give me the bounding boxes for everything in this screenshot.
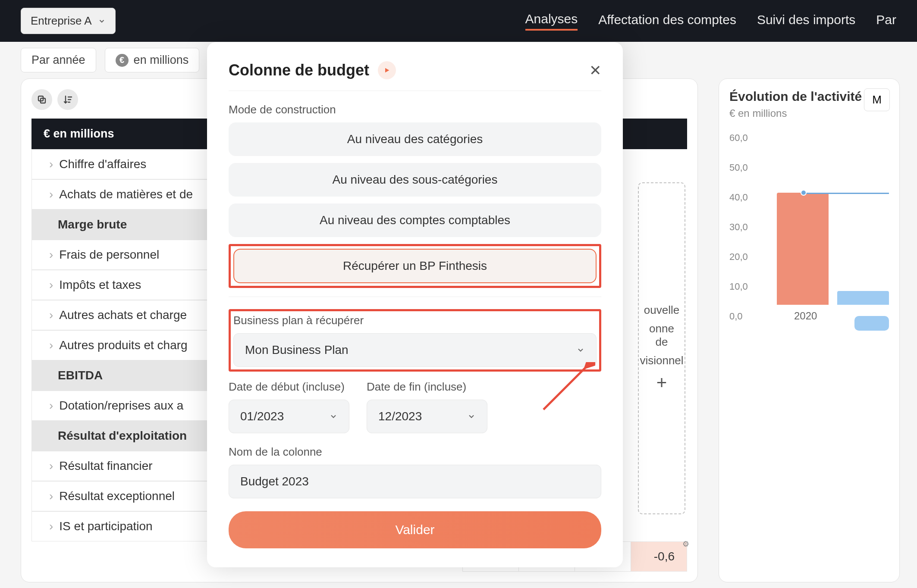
chart-mode-button[interactable]: M [864, 88, 890, 111]
gear-icon[interactable]: ⚙ [682, 539, 689, 549]
row-label: Marge brute [58, 218, 127, 231]
row-label: Achats de matières et de [59, 188, 193, 201]
bp-select-value: Mon Business Plan [245, 343, 349, 357]
option-retrieve-bp[interactable]: Récupérer un BP Finthesis [233, 249, 597, 283]
validate-button[interactable]: Valider [229, 511, 601, 548]
close-icon[interactable]: ✕ [589, 62, 601, 79]
option-accounts[interactable]: Au niveau des comptes comptables [229, 203, 601, 237]
filter-by-year-label: Par année [31, 53, 85, 67]
copy-icon [37, 94, 47, 105]
copy-button[interactable] [31, 89, 52, 110]
column-name-input[interactable] [229, 465, 601, 498]
chevron-right-icon: › [49, 308, 53, 322]
row-label: Résultat financier [59, 459, 152, 473]
chevron-right-icon: › [49, 399, 53, 413]
option-sub-categories[interactable]: Au niveau des sous-catégories [229, 163, 601, 197]
svg-marker-5 [385, 68, 389, 73]
chevron-down-icon [329, 412, 338, 421]
date-start-value: 01/2023 [240, 410, 284, 423]
option-categories[interactable]: Au niveau des catégories [229, 122, 601, 156]
plus-icon: + [656, 372, 667, 393]
chevron-down-icon [576, 346, 585, 354]
nav-suivi-imports[interactable]: Suivi des imports [757, 13, 855, 30]
date-end-label: Date de fin (incluse) [367, 380, 487, 394]
chevron-right-icon: › [49, 248, 53, 262]
val-cell-highlight: -0,6 ⚙ [631, 541, 687, 571]
row-label: Résultat exceptionnel [59, 489, 175, 503]
placeholder-text: onne de [644, 322, 679, 349]
annotation-highlight-option: Récupérer un BP Finthesis [229, 244, 601, 288]
nav-analyses[interactable]: Analyses [525, 12, 578, 31]
sort-button[interactable] [57, 89, 78, 110]
row-label: EBITDA [58, 369, 103, 382]
chevron-down-icon [98, 17, 106, 25]
date-end-value: 12/2023 [378, 410, 422, 423]
chart-y-axis: 60,0 50,0 40,0 30,0 20,0 10,0 0,0 [729, 132, 748, 322]
chart-x-label: 2020 [794, 310, 817, 322]
chart-plot-area: 60,0 50,0 40,0 30,0 20,0 10,0 0,0 2020 [729, 132, 889, 322]
row-label: IS et participation [59, 519, 152, 533]
chart-line-segment [803, 193, 889, 194]
modal-title: Colonne de budget [229, 61, 369, 79]
budget-column-modal: Colonne de budget ✕ Mode de construction… [207, 42, 623, 567]
annotation-highlight-bp-select: Business plan à récupérer Mon Business P… [229, 309, 601, 372]
placeholder-text: ouvelle [644, 303, 679, 317]
chart-bar-series2 [837, 291, 889, 305]
row-label: Chiffre d'affaires [59, 157, 146, 171]
chevron-right-icon: › [49, 459, 53, 473]
sort-icon [63, 94, 73, 105]
row-label: Autres produits et charg [59, 338, 187, 352]
company-selector-label: Entreprise A [31, 14, 92, 28]
date-start-label: Date de début (incluse) [229, 380, 349, 394]
row-label: Autres achats et charge [59, 308, 187, 322]
top-navbar: Entreprise A Analyses Affectation des co… [0, 0, 917, 42]
chart-line-point [801, 190, 807, 196]
play-icon[interactable] [378, 61, 396, 79]
filter-unit-label: en millions [134, 53, 189, 67]
chevron-down-icon [467, 412, 476, 421]
chevron-right-icon: › [49, 157, 53, 171]
date-start-input[interactable]: 01/2023 [229, 400, 349, 433]
chevron-right-icon: › [49, 188, 53, 201]
company-selector[interactable]: Entreprise A [21, 8, 116, 34]
bp-select[interactable]: Mon Business Plan [233, 333, 597, 367]
euro-icon: € [116, 54, 129, 67]
column-name-label: Nom de la colonne [229, 445, 601, 459]
filter-unit[interactable]: € en millions [105, 48, 200, 72]
new-budget-column-placeholder[interactable]: ouvelle onne de visionnel + [638, 182, 685, 514]
row-label: Impôts et taxes [59, 278, 141, 292]
chevron-right-icon: › [49, 489, 53, 503]
filter-by-year[interactable]: Par année [21, 48, 96, 72]
bp-label: Business plan à récupérer [233, 314, 597, 327]
row-label: Frais de personnel [59, 248, 159, 262]
nav-affectation[interactable]: Affectation des comptes [598, 13, 736, 30]
row-label: Dotation/reprises aux a [59, 399, 183, 413]
row-label: Résultat d'exploitation [58, 429, 187, 443]
chevron-right-icon: › [49, 338, 53, 352]
mode-label: Mode de construction [229, 103, 601, 116]
nav-par[interactable]: Par [876, 13, 896, 30]
chevron-right-icon: › [49, 519, 53, 533]
date-end-input[interactable]: 12/2023 [367, 400, 487, 433]
placeholder-text: visionnel [640, 354, 683, 367]
chart-legend-chip [854, 316, 889, 331]
chevron-right-icon: › [49, 278, 53, 292]
activity-chart-card: Évolution de l'activité € en millions M … [719, 78, 900, 582]
chart-bar-series1 [777, 193, 829, 305]
